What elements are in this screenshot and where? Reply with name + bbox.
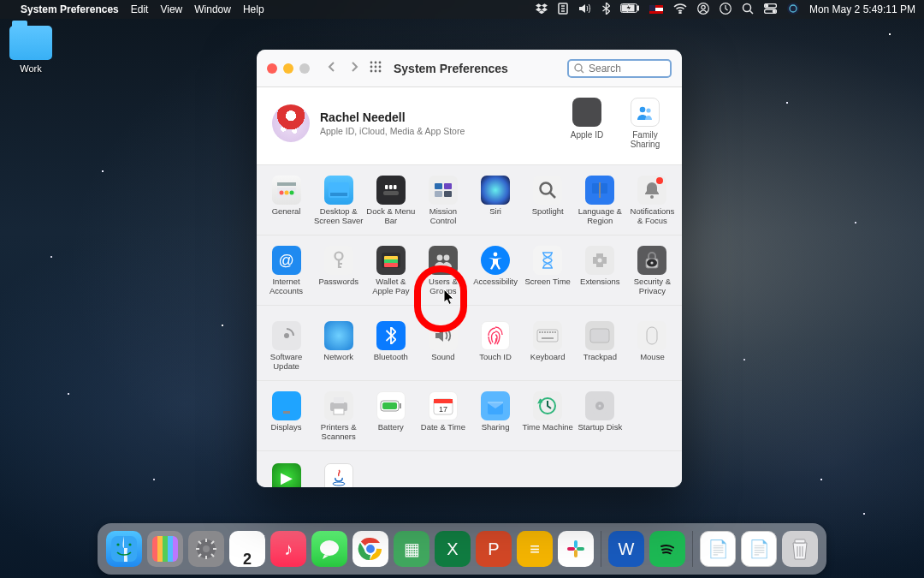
menu-help[interactable]: Help bbox=[243, 3, 264, 15]
pref-bt[interactable]: Bluetooth bbox=[365, 321, 417, 372]
pref-touch[interactable]: Touch ID bbox=[470, 321, 521, 372]
pref-access[interactable]: Accessibility bbox=[470, 246, 521, 296]
dropbox-icon[interactable] bbox=[536, 3, 548, 16]
close-button[interactable] bbox=[267, 63, 277, 74]
keyboard-input-icon[interactable] bbox=[558, 3, 568, 17]
pref-tm[interactable]: Time Machine bbox=[522, 391, 573, 442]
pref-desk[interactable]: Desktop & Screen Saver bbox=[313, 176, 364, 226]
svg-point-51 bbox=[437, 255, 443, 261]
dock-chrome[interactable] bbox=[352, 531, 388, 567]
dock-slack[interactable] bbox=[558, 531, 594, 567]
svg-point-23 bbox=[379, 69, 382, 72]
pref-dt[interactable]: 17Date & Time bbox=[418, 391, 469, 442]
pref-wallet[interactable]: Wallet & Apple Pay bbox=[365, 246, 417, 296]
dock-messages[interactable] bbox=[311, 531, 347, 567]
family-sharing-button[interactable]: Family Sharing bbox=[624, 98, 666, 149]
spotlight-icon[interactable] bbox=[742, 3, 754, 17]
dock-launchpad[interactable] bbox=[147, 531, 183, 567]
pref-tp[interactable]: Trackpad bbox=[574, 321, 625, 372]
pref-ext[interactable]: Extensions bbox=[574, 246, 625, 296]
pref-batt[interactable]: Battery bbox=[365, 391, 417, 442]
apple-id-button[interactable]: Apple ID bbox=[566, 98, 608, 149]
dock-music[interactable]: ♪ bbox=[270, 531, 306, 567]
desktop-folder-work[interactable]: Work bbox=[0, 26, 62, 74]
zoom-button[interactable] bbox=[299, 63, 310, 74]
show-all-button[interactable] bbox=[370, 61, 382, 76]
pref-share[interactable]: Sharing bbox=[470, 391, 521, 442]
volume-icon[interactable] bbox=[578, 3, 592, 16]
control-center-icon[interactable] bbox=[764, 3, 777, 16]
svg-rect-62 bbox=[539, 331, 541, 333]
pref-mouse[interactable]: Mouse bbox=[626, 321, 678, 372]
user-icon[interactable] bbox=[697, 3, 709, 17]
svg-point-30 bbox=[284, 191, 288, 195]
dock-powerpoint[interactable]: P bbox=[476, 531, 512, 567]
pref-java[interactable]: Java bbox=[313, 463, 364, 487]
pref-mission[interactable]: Mission Control bbox=[418, 176, 469, 226]
pref-disp[interactable]: Displays bbox=[261, 391, 312, 442]
pref-label: Software Update bbox=[261, 353, 312, 372]
search-input[interactable] bbox=[589, 63, 665, 74]
menu-edit[interactable]: Edit bbox=[131, 3, 149, 15]
pref-flip[interactable]: ▶Flip4Mac bbox=[261, 463, 312, 487]
back-button[interactable] bbox=[323, 61, 340, 76]
menu-view[interactable]: View bbox=[160, 3, 182, 15]
dock-gdocs[interactable]: ≡ bbox=[517, 531, 553, 567]
pref-label: Dock & Menu Bar bbox=[365, 207, 417, 226]
minimize-button[interactable] bbox=[283, 63, 293, 74]
svg-rect-100 bbox=[574, 550, 578, 557]
pref-kb[interactable]: Keyboard bbox=[522, 321, 573, 372]
pref-spot[interactable]: Spotlight bbox=[522, 176, 573, 226]
pass-icon bbox=[324, 246, 353, 275]
pref-st[interactable]: Screen Time bbox=[522, 246, 573, 296]
pref-startup[interactable]: Startup Disk bbox=[574, 391, 625, 442]
svg-point-87 bbox=[333, 482, 345, 486]
dock-calendar[interactable]: MAY2 bbox=[229, 531, 265, 567]
bluetooth-icon[interactable] bbox=[602, 3, 610, 17]
pref-pass[interactable]: Passwords bbox=[313, 246, 364, 296]
pref-sw[interactable]: Software Update bbox=[261, 321, 312, 372]
pref-notif[interactable]: Notifications & Focus bbox=[626, 176, 678, 226]
spot-icon bbox=[533, 176, 562, 205]
menubar-clock[interactable]: Mon May 2 5:49:11 PM bbox=[809, 3, 915, 15]
pref-label: Startup Disk bbox=[574, 423, 625, 442]
pref-print[interactable]: Printers & Scanners bbox=[313, 391, 364, 442]
pref-siri[interactable]: Siri bbox=[470, 176, 521, 226]
pref-users[interactable]: Users & Groups bbox=[418, 246, 469, 296]
wifi-icon[interactable] bbox=[673, 3, 687, 16]
svg-point-92 bbox=[203, 545, 210, 552]
siri-menubar-icon[interactable] bbox=[787, 3, 799, 17]
svg-rect-40 bbox=[435, 191, 442, 197]
search-field[interactable] bbox=[567, 59, 672, 78]
dock-spotify[interactable] bbox=[649, 531, 685, 567]
dock-trash[interactable] bbox=[782, 531, 818, 567]
pref-general[interactable]: General bbox=[261, 176, 312, 226]
dock-settings[interactable] bbox=[188, 531, 224, 567]
menu-window[interactable]: Window bbox=[194, 3, 231, 15]
desk-icon bbox=[324, 176, 353, 205]
dock-recent-doc-2[interactable]: 📄 bbox=[741, 531, 777, 567]
dock-finder[interactable] bbox=[106, 531, 142, 567]
pref-inet[interactable]: @Internet Accounts bbox=[261, 246, 312, 296]
battery-icon[interactable] bbox=[620, 3, 639, 15]
clock-extra-icon[interactable] bbox=[720, 3, 732, 17]
forward-button[interactable] bbox=[346, 61, 363, 76]
input-source-flag[interactable] bbox=[649, 5, 663, 14]
user-avatar[interactable] bbox=[272, 104, 310, 142]
svg-rect-69 bbox=[542, 337, 554, 339]
pref-sound[interactable]: Sound bbox=[418, 321, 469, 372]
pref-lang[interactable]: Language & Region bbox=[574, 176, 625, 226]
pref-label: Keyboard bbox=[522, 353, 573, 372]
dock-word[interactable]: W bbox=[608, 531, 644, 567]
pref-label: Trackpad bbox=[574, 353, 625, 372]
pref-sec[interactable]: Security & Privacy bbox=[626, 246, 678, 296]
app-menu[interactable]: System Preferences bbox=[21, 3, 119, 15]
dock-excel[interactable]: X bbox=[435, 531, 471, 567]
svg-rect-71 bbox=[647, 327, 657, 344]
pref-dock[interactable]: Dock & Menu Bar bbox=[365, 176, 417, 226]
svg-point-58 bbox=[651, 261, 654, 264]
pref-net[interactable]: Network bbox=[313, 321, 364, 372]
share-icon bbox=[481, 391, 510, 420]
dock-recent-doc-1[interactable]: 📄 bbox=[700, 531, 736, 567]
dock-sheets[interactable]: ▦ bbox=[394, 531, 429, 567]
